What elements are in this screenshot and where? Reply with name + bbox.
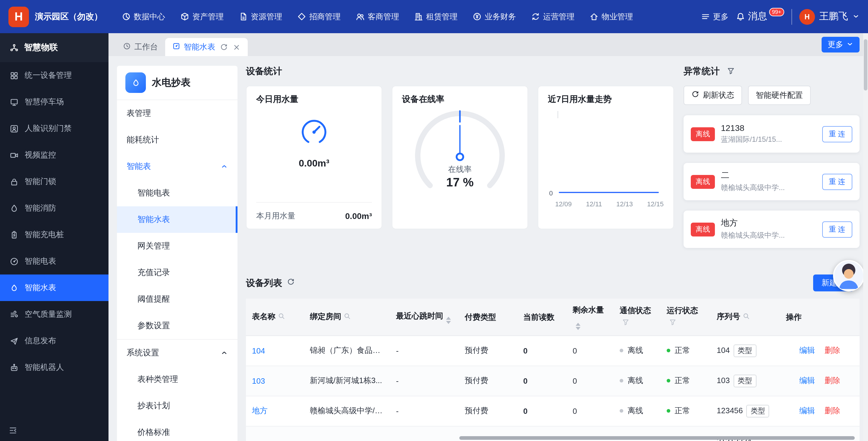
meter-name-link[interactable]: 104 xyxy=(252,346,265,355)
month-usage-value: 0.00m³ xyxy=(345,211,372,221)
menu-item-energy-stats[interactable]: 能耗统计 xyxy=(117,127,238,153)
nav-lease-management[interactable]: 租赁管理 xyxy=(414,11,458,22)
table-header-row: 表名称 绑定房间 最近心跳时间 付费类型 当前读数 剩余水量 通信状态 运行状态… xyxy=(246,299,860,335)
menu-item-meter-type-management[interactable]: 表种类管理 xyxy=(117,366,238,393)
device-list-section: 设备列表 新建表 xyxy=(246,274,860,441)
hardware-config-button[interactable]: 智能硬件配置 xyxy=(748,86,811,105)
nav-merchant-management[interactable]: 客商管理 xyxy=(355,11,399,22)
menu-item-gateway-management[interactable]: 网关管理 xyxy=(117,233,238,259)
building-icon xyxy=(414,12,423,21)
device-location: 蓝湖国际/1/15/15... xyxy=(721,135,816,145)
serial-cell: 104类型 xyxy=(711,335,780,365)
sidebar-item-info-publish[interactable]: 信息发布 xyxy=(0,328,108,354)
refresh-status-button[interactable]: 刷新状态 xyxy=(684,86,742,105)
edit-link[interactable]: 编辑 xyxy=(799,346,815,355)
col-bound-room: 绑定房间 xyxy=(304,299,390,335)
col-label: 运行状态 xyxy=(667,306,698,315)
horizontal-scrollbar-thumb[interactable] xyxy=(459,436,855,440)
nav-label: 运营管理 xyxy=(543,11,575,22)
nav-asset-management[interactable]: 资产管理 xyxy=(180,11,224,22)
sidebar-collapse-button[interactable] xyxy=(8,426,18,435)
filter-icon[interactable] xyxy=(727,66,735,77)
delete-link[interactable]: 删除 xyxy=(825,346,840,355)
col-label: 表名称 xyxy=(252,312,276,321)
col-label: 绑定房间 xyxy=(310,312,341,321)
normal-dot xyxy=(667,379,670,382)
nav-more[interactable]: 更多 xyxy=(701,11,728,22)
menu-item-smart-electric-meter[interactable]: 智能电表 xyxy=(117,180,238,206)
abnormal-card: 离线 地方 赣榆城头高级中学... 重连 xyxy=(684,210,860,248)
refresh-status-label: 刷新状态 xyxy=(703,90,734,101)
vertical-scrollbar-thumb[interactable] xyxy=(864,39,867,90)
search-icon[interactable] xyxy=(278,311,285,323)
nav-property-management[interactable]: 物业管理 xyxy=(590,11,633,22)
delete-link[interactable]: 删除 xyxy=(825,406,840,415)
search-icon[interactable] xyxy=(743,311,750,323)
menu-group-smart-meter[interactable]: 智能表 xyxy=(117,153,238,180)
sidebar-item-fire[interactable]: 智能消防 xyxy=(0,195,108,222)
brand-logo[interactable]: H xyxy=(8,6,29,27)
meter-name-link[interactable]: 103 xyxy=(252,376,265,385)
refresh-icon[interactable] xyxy=(287,277,295,288)
search-icon[interactable] xyxy=(344,311,351,323)
menu-item-threshold-alerts[interactable]: 阈值提醒 xyxy=(117,286,238,313)
sort-icon[interactable] xyxy=(576,322,581,330)
sidebar-item-label: 空气质量监测 xyxy=(25,309,72,320)
trend-card: 近7日用水量走势 0 12/09 12/11 12/13 xyxy=(538,86,674,229)
vertical-scrollbar-track xyxy=(863,33,868,441)
sidebar-item-charging-pile[interactable]: 智能充电桩 xyxy=(0,222,108,248)
tab-refresh-icon[interactable] xyxy=(220,43,228,51)
menu-item-recharge-records[interactable]: 充值记录 xyxy=(117,259,238,286)
edit-link[interactable]: 编辑 xyxy=(799,406,815,415)
nav-data-center[interactable]: 数据中心 xyxy=(122,11,165,22)
main-column: 设备统计 今日用水量 xyxy=(246,66,860,441)
sidebar-item-air-quality[interactable]: 空气质量监测 xyxy=(0,301,108,328)
filter-icon[interactable] xyxy=(669,317,676,329)
meter-name-link[interactable]: 地方 xyxy=(252,406,268,415)
user-menu[interactable]: H 王鹏飞 xyxy=(792,9,860,24)
nav-resource-management[interactable]: 资源管理 xyxy=(239,11,282,22)
tab-close-icon[interactable] xyxy=(233,43,241,51)
col-run-status: 运行状态 xyxy=(661,299,711,335)
tab-workbench[interactable]: 工作台 xyxy=(116,38,165,56)
reconnect-button[interactable]: 重连 xyxy=(822,126,852,142)
nav-business-finance[interactable]: 业务财务 xyxy=(472,11,516,22)
col-pay-type: 付费类型 xyxy=(459,299,517,335)
menu-item-label: 阈值提醒 xyxy=(137,294,170,305)
menu-item-meter-management[interactable]: 表管理 xyxy=(117,100,238,127)
sort-icon[interactable] xyxy=(446,317,451,324)
reconnect-button[interactable]: 重连 xyxy=(822,221,852,237)
sidebar-item-video-monitor[interactable]: 视频监控 xyxy=(0,142,108,168)
topbar-right: 更多 消息 99+ H 王鹏飞 xyxy=(701,9,860,24)
grid-icon xyxy=(10,71,19,80)
sidebar-item-door-lock[interactable]: 智能门锁 xyxy=(0,168,108,195)
sidebar-item-parking[interactable]: 智慧停车场 xyxy=(0,89,108,115)
module-title: 水电抄表 xyxy=(152,76,190,89)
sidebar-item-face-access[interactable]: 人脸识别门禁 xyxy=(0,115,108,142)
menu-item-parameter-settings[interactable]: 参数设置 xyxy=(117,313,238,339)
camera-icon xyxy=(10,150,19,159)
tabbar-more-button[interactable]: 更多 xyxy=(822,37,860,53)
reconnect-button[interactable]: 重连 xyxy=(822,173,852,190)
pay-type-cell: 预付费 xyxy=(459,365,517,396)
col-actions: 操作 xyxy=(780,299,860,335)
room-cell: 赣榆城头高级中学/福... xyxy=(304,396,390,426)
sidebar-item-water-meter[interactable]: 智能水表 xyxy=(0,274,108,301)
sidebar-item-electric-meter[interactable]: 智能电表 xyxy=(0,248,108,274)
tab-smart-water-meter[interactable]: 智能水表 xyxy=(165,38,248,56)
menu-item-price-standard[interactable]: 价格标准 xyxy=(117,419,238,441)
menu-group-system-settings[interactable]: 系统设置 xyxy=(117,339,238,366)
menu-item-reading-plan[interactable]: 抄表计划 xyxy=(117,393,238,419)
filter-icon[interactable] xyxy=(622,317,629,329)
device-name: 二 xyxy=(721,170,816,181)
assistant-avatar[interactable] xyxy=(833,260,864,291)
sidebar-item-robot[interactable]: 智能机器人 xyxy=(0,354,108,381)
nav-operation-management[interactable]: 运营管理 xyxy=(531,11,575,22)
status-badge: 离线 xyxy=(691,175,715,188)
sidebar-item-device-management[interactable]: 统一设备管理 xyxy=(0,62,108,89)
edit-link[interactable]: 编辑 xyxy=(799,376,815,385)
delete-link[interactable]: 删除 xyxy=(825,376,840,385)
messages-button[interactable]: 消息 99+ xyxy=(736,10,784,23)
nav-investment-management[interactable]: 招商管理 xyxy=(297,11,341,22)
menu-item-smart-water-meter[interactable]: 智能水表 xyxy=(117,206,238,233)
